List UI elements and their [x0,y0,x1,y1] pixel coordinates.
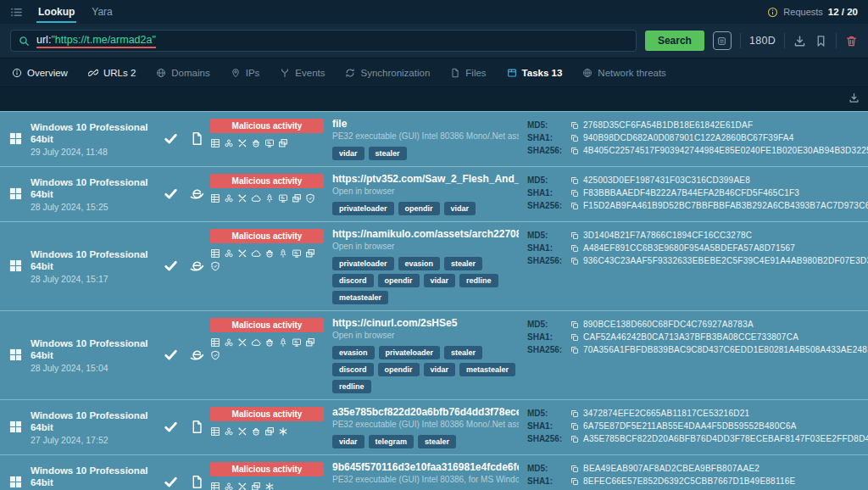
tag-metastealer[interactable]: metastealer [459,363,515,376]
table-row[interactable]: Windows 10 Professional 64bit 28 July 20… [0,221,868,310]
period-selector[interactable]: 180D [749,35,776,47]
tag-vidar[interactable]: vidar [332,435,364,448]
copy-icon[interactable] [570,333,579,342]
tag-redline[interactable]: redline [332,380,371,393]
copy-icon[interactable] [570,147,579,155]
tag-vidar[interactable]: vidar [332,147,364,160]
tab-label: Files [465,68,486,78]
copy-icon[interactable] [570,202,579,210]
copy-icon[interactable] [570,346,579,354]
hash-value[interactable]: 890BCE138D660C68FDC4C76927A8783A [583,320,754,329]
tab-events[interactable]: Events [280,68,325,78]
table-row[interactable]: Windows 10 Professional 64bit 28 July 20… [0,166,868,221]
copy-icon[interactable] [570,244,579,253]
copy-icon[interactable] [570,477,579,486]
download-icon[interactable] [793,35,806,47]
copy-icon[interactable] [570,176,579,185]
object-title[interactable]: a35e785bcf822d20a6bfb76d4dd3f78ecebaf814… [332,406,519,418]
hash-label: MD5: [527,464,566,473]
task-date: 27 July 2024, 17:52 [31,435,158,445]
table-row[interactable]: Windows 10 Professional 64bit 29 July 20… [0,111,868,166]
bookmark-icon[interactable] [815,35,827,47]
export-icon[interactable] [849,92,860,103]
search-query[interactable]: url:"https://t.me/armad2a" [36,34,156,48]
tag-stealer[interactable]: stealer [444,257,482,270]
copy-icon[interactable] [570,257,579,265]
hash-value[interactable]: 3472874EFE2C665AB11817CE53216D21 [583,409,749,418]
hash-value[interactable]: F83BBBAAEDF4B222A7B44EFA2B46CFD5F465C1F3 [583,188,799,198]
tag-redline[interactable]: redline [459,274,498,287]
object-title[interactable]: https://cinurl.com/2sHSe5 [332,317,519,329]
nav-tab-yara[interactable]: Yara [90,1,114,23]
tab-overview[interactable]: Overview [12,68,68,78]
copy-icon[interactable] [570,465,579,473]
table-row[interactable]: Windows 10 Professional 64bit 28 July 20… [0,310,868,399]
tag-opendir[interactable]: opendir [398,202,440,215]
hash-value[interactable]: 6A75E87DF5E211AB55E4DAA4F5DB59552B480C6A [583,421,797,431]
search-icon [19,36,30,47]
copy-icon[interactable] [570,320,579,329]
copy-icon[interactable] [570,422,579,431]
tag-vidar[interactable]: vidar [424,274,456,287]
hash-value[interactable]: A484EF891CC6B3E9680F954A5BDEFA57A8D71567 [583,243,795,253]
table-row[interactable]: Windows 10 Professional 64bit 27 July 20… [0,399,868,454]
tag-privateloader[interactable]: privateloader [332,257,394,270]
hash-value[interactable]: 940B98DCD682A0D087901C122A2860BC67F39FA4 [583,133,794,142]
menu-icon[interactable] [10,6,23,19]
hash-value[interactable]: 70A356A1FBFDB839BAC9C8D437C6EDD1E80281A4… [583,345,868,354]
search-button[interactable]: Search [645,31,704,51]
tag-discord[interactable]: discord [332,363,374,376]
tag-vidar[interactable]: vidar [424,363,456,376]
copy-icon[interactable] [570,409,579,418]
object-title[interactable]: 9b645f570116d3e10faa316981e4fcde6fe55417… [332,461,519,473]
verdict-cell: Malicious activity [210,172,331,215]
hash-value[interactable]: 936C43C23AAF5F9332633EBEBE2C5F39C4E91A4A… [583,256,868,265]
tab-network-threats[interactable]: Network threats [582,68,666,78]
search-input[interactable]: url:"https://t.me/armad2a" [10,30,637,52]
object-title[interactable]: https://ptv352.com/Saw_2_Flesh_And_Blood… [332,173,519,185]
tag-stealer[interactable]: stealer [444,346,482,359]
delete-icon[interactable] [845,35,858,47]
tab-urls-2[interactable]: URLs 2 [88,68,136,78]
tag-opendir[interactable]: opendir [378,363,420,376]
tab-domains[interactable]: Domains [156,68,209,78]
hash-value[interactable]: CAF52A46242B0CA713A37BFB3BA08CCE733807CA [583,332,798,342]
query-builder-button[interactable] [713,31,732,50]
windows-icon [8,474,23,490]
tag-discord[interactable]: discord [332,274,374,287]
hash-value[interactable]: 2768D35CF6FA54B1DB18E61842E61DAF [583,120,753,130]
tag-opendir[interactable]: opendir [378,274,420,287]
os-name: Windows 10 Professional 64bit [31,337,158,361]
hash-value[interactable]: A35E785BCF822D20A6BFB76D4DD3F78ECEBAF814… [583,434,868,443]
hash-value[interactable]: 3D1404B21F7A7866C1894CF16CC3278C [583,231,752,240]
tag-privateloader[interactable]: privateloader [332,202,394,215]
table-row[interactable]: Windows 10 Professional 64bit 27 July 20… [0,454,868,490]
tag-privateloader[interactable]: privateloader [379,346,441,359]
object-title[interactable]: file [332,118,519,130]
copy-icon[interactable] [570,189,579,198]
tag-telegram[interactable]: telegram [369,435,415,448]
hash-value[interactable]: 425003D0EF1987431F03C316CD399AE8 [583,175,750,185]
hash-value[interactable]: F15D2AB9FA461B9D52BC7BBFBBFAB3B292A6CB43… [583,201,868,210]
tab-files[interactable]: Files [450,68,486,78]
hash-value[interactable]: BEA49EAB907AF8AD2CBEA9BFB807AAE2 [583,464,760,473]
hash-value[interactable]: 4B405C22574517F903942744984E85E0240FE1B0… [583,146,868,155]
hash-value[interactable]: 8EFEC66E57E852D6392C5CBB7667D1B49E88116E [583,476,796,486]
tab-synchronization[interactable]: Synchronization [345,68,430,78]
tag-stealer[interactable]: stealer [369,147,407,160]
tag-evasion[interactable]: evasion [332,346,375,359]
copy-icon[interactable] [570,134,579,142]
tab-ips[interactable]: IPs [231,68,260,78]
tag-metastealer[interactable]: metastealer [332,291,388,304]
object-title[interactable]: https://namikulo.com/assets/arch22708_9.… [332,228,519,240]
tag-vidar[interactable]: vidar [444,202,476,215]
tab-tasks-13[interactable]: Tasks 13 [507,68,563,78]
copy-icon[interactable] [570,435,579,443]
copy-icon[interactable] [570,121,579,130]
tag-evasion[interactable]: evasion [398,257,441,270]
copy-icon[interactable] [570,231,579,240]
verdict-cell: Malicious activity [210,117,331,160]
biohazard-icon [224,337,234,348]
tag-stealer[interactable]: stealer [418,435,456,448]
nav-tab-lookup[interactable]: Lookup [36,1,76,23]
